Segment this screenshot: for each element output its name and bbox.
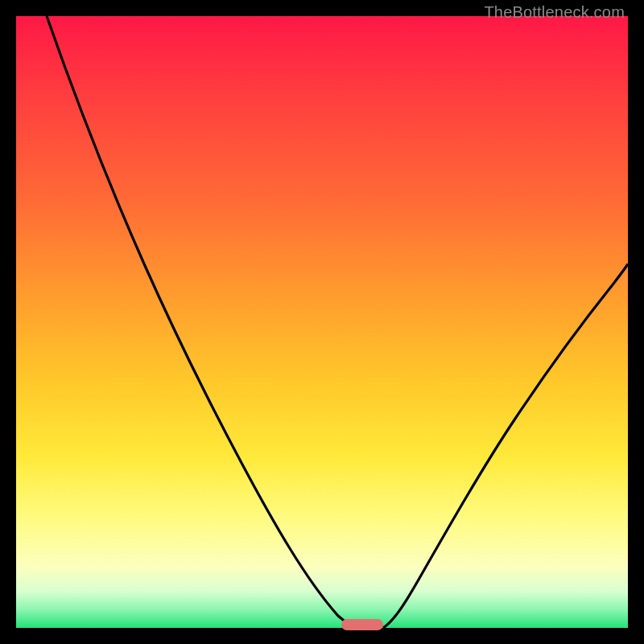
bottleneck-curve: [16, 16, 628, 628]
watermark-text: TheBottleneck.com: [484, 3, 625, 22]
curve-right-branch: [383, 264, 628, 628]
chart-frame: TheBottleneck.com: [0, 0, 644, 644]
curve-left-branch: [47, 16, 357, 628]
plot-area: [16, 16, 628, 628]
minimum-marker: [341, 619, 383, 630]
